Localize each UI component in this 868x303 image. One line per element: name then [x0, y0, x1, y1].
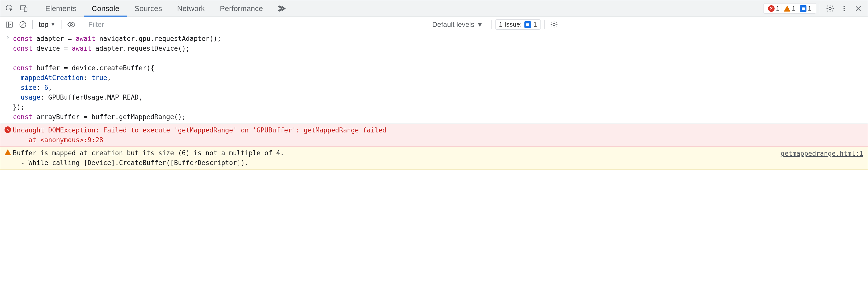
issues-label: 1 Issue:: [499, 21, 522, 28]
divider: [820, 3, 820, 13]
message-counts[interactable]: 1 1 1: [763, 3, 816, 13]
error-message: Uncaught DOMException: Failed to execute…: [13, 126, 864, 145]
divider: [81, 20, 81, 29]
execution-context-selector[interactable]: top ▼: [36, 21, 58, 29]
warning-count: 1: [792, 4, 796, 12]
filter-input[interactable]: Filter: [85, 19, 426, 30]
warning-icon: [3, 148, 13, 155]
svg-point-4: [844, 5, 845, 7]
svg-rect-7: [6, 22, 12, 27]
error-icon: [3, 126, 13, 133]
more-options-icon[interactable]: [838, 2, 851, 15]
svg-point-12: [553, 23, 555, 26]
inspect-element-icon[interactable]: [3, 2, 16, 15]
error-icon: [768, 5, 775, 12]
main-tabbar: Elements Console Sources Network Perform…: [0, 0, 868, 17]
warning-count-badge[interactable]: 1: [782, 4, 798, 12]
svg-line-10: [21, 23, 25, 27]
filter-placeholder: Filter: [88, 21, 104, 29]
divider: [544, 20, 545, 29]
settings-icon[interactable]: [824, 2, 837, 15]
info-icon: [800, 5, 806, 12]
console-toolbar: top ▼ Filter Default levels ▼ 1 Issue: 1: [0, 17, 868, 32]
tab-performance[interactable]: Performance: [212, 0, 271, 16]
console-input-entry[interactable]: const adapter = await navigator.gpu.requ…: [0, 32, 868, 124]
console-input-code: const adapter = await navigator.gpu.requ…: [13, 34, 864, 122]
issues-button[interactable]: 1 Issue: 1: [495, 19, 541, 30]
console-warning-entry[interactable]: Buffer is mapped at creation but its siz…: [0, 147, 868, 170]
info-count: 1: [808, 4, 811, 12]
error-count: 1: [776, 4, 780, 12]
svg-point-3: [829, 7, 831, 9]
input-prompt-icon: [3, 34, 13, 39]
log-levels-label: Default levels: [432, 21, 474, 29]
tab-sources[interactable]: Sources: [127, 0, 169, 16]
error-count-badge[interactable]: 1: [766, 4, 782, 12]
svg-rect-2: [24, 7, 27, 11]
close-icon[interactable]: [852, 2, 865, 15]
panel-tabs: Elements Console Sources Network Perform…: [38, 0, 292, 16]
svg-point-11: [70, 23, 72, 26]
execution-context-label: top: [39, 21, 49, 29]
divider: [32, 20, 33, 29]
console-settings-icon[interactable]: [548, 19, 560, 31]
source-link[interactable]: getmappedrange.html:1: [781, 149, 863, 159]
dropdown-triangle-icon: ▼: [476, 21, 484, 29]
issues-count: 1: [533, 21, 537, 28]
svg-point-5: [844, 8, 845, 9]
warning-message: Buffer is mapped at creation but its siz…: [13, 148, 864, 168]
toggle-sidebar-icon[interactable]: [3, 19, 15, 31]
tab-elements[interactable]: Elements: [38, 0, 84, 16]
tabs-overflow-icon[interactable]: [271, 0, 292, 16]
svg-point-6: [844, 10, 845, 11]
tab-console[interactable]: Console: [84, 0, 127, 16]
live-expressions-icon[interactable]: [65, 19, 78, 31]
log-levels-selector[interactable]: Default levels ▼: [428, 21, 488, 29]
info-count-badge[interactable]: 1: [798, 4, 813, 12]
warning-icon: [784, 5, 790, 11]
dropdown-triangle-icon: ▼: [51, 22, 56, 27]
info-icon: [524, 21, 531, 28]
devtools-window: Elements Console Sources Network Perform…: [0, 0, 868, 303]
console-error-entry[interactable]: Uncaught DOMException: Failed to execute…: [0, 124, 868, 147]
console-body: const adapter = await navigator.gpu.requ…: [0, 32, 868, 303]
clear-console-icon[interactable]: [17, 19, 29, 31]
toggle-device-toolbar-icon[interactable]: [17, 2, 30, 15]
tab-network[interactable]: Network: [169, 0, 212, 16]
